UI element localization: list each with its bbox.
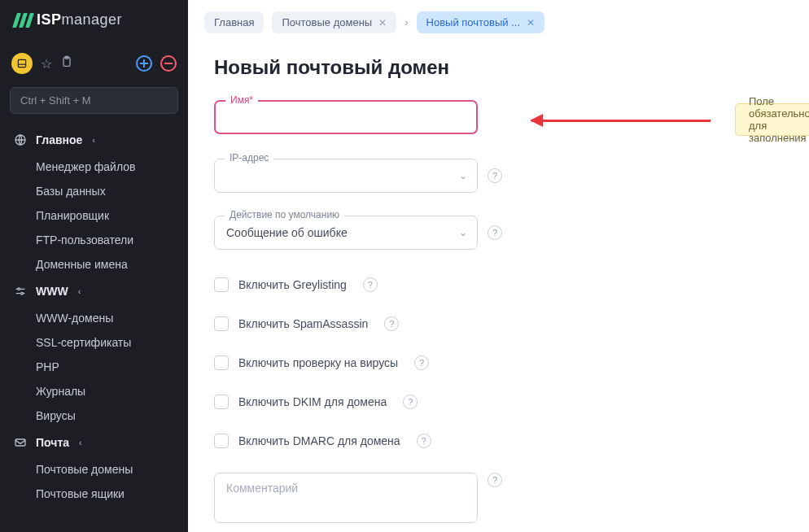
default-action-select[interactable]: Действие по умолчанию Сообщение об ошибк… xyxy=(214,216,478,250)
svg-rect-0 xyxy=(18,59,25,67)
field-label: IP-адрес xyxy=(225,152,273,164)
star-icon[interactable]: ☆ xyxy=(41,56,52,72)
clipboard-icon[interactable] xyxy=(60,55,73,72)
dkim-checkbox[interactable] xyxy=(214,395,229,409)
sidebar-item-mailboxes[interactable]: Почтовые ящики xyxy=(0,482,188,506)
quick-search-input[interactable]: Ctrl + Shift + M xyxy=(10,87,178,114)
crumb-new-mail-domain[interactable]: Новый почтовый ... ✕ xyxy=(417,11,545,33)
dmarc-label: Включить DMARC для домена xyxy=(238,434,400,447)
dkim-label: Включить DKIM для домена xyxy=(238,395,387,408)
logo[interactable]: ISPmanager xyxy=(0,0,188,46)
sidebar: ISPmanager ☆ Ctrl + Shift + M Главное ‹ … xyxy=(0,0,188,532)
default-action-value: Сообщение об ошибке xyxy=(215,216,477,249)
spamassassin-label: Включить SpamAssassin xyxy=(238,317,368,330)
page-body: Новый почтовый домен Имя* Поле обязатель… xyxy=(188,41,809,532)
crumb-mail-domains[interactable]: Почтовые домены ✕ xyxy=(272,11,396,33)
help-icon[interactable]: ? xyxy=(488,168,502,183)
page-title: Новый почтовый домен xyxy=(214,56,783,79)
sidebar-item-www-domains[interactable]: WWW-домены xyxy=(0,306,188,330)
chevron-left-icon: ‹ xyxy=(92,135,95,145)
chevron-right-icon: › xyxy=(404,16,408,28)
greylisting-checkbox[interactable] xyxy=(214,277,229,292)
ip-value xyxy=(215,159,477,192)
name-input[interactable] xyxy=(216,102,476,133)
nav-group-mail[interactable]: Почта ‹ xyxy=(0,428,188,457)
nav-group-main[interactable]: Главное ‹ xyxy=(0,125,188,155)
breadcrumb: Главная Почтовые домены ✕ › Новый почтов… xyxy=(188,0,809,41)
sidebar-item-domain-names[interactable]: Доменные имена xyxy=(0,252,188,277)
virus-check-label: Включить проверку на вирусы xyxy=(238,356,398,369)
name-field[interactable]: Имя* xyxy=(214,100,478,134)
sidebar-item-file-manager[interactable]: Менеджер файлов xyxy=(0,155,188,179)
crumb-label: Новый почтовый ... xyxy=(426,16,521,28)
help-icon[interactable]: ? xyxy=(488,225,502,240)
user-circle-icon[interactable] xyxy=(11,53,33,74)
logo-text: ISPmanager xyxy=(37,11,122,28)
logo-bars-icon xyxy=(15,13,32,28)
crumb-home[interactable]: Главная xyxy=(204,11,264,33)
required-tooltip: Поле обязательно для заполнения ✕ xyxy=(735,103,809,136)
dmarc-checkbox[interactable] xyxy=(214,434,229,448)
crumb-label: Почтовые домены xyxy=(282,16,372,28)
svg-rect-6 xyxy=(15,439,25,446)
svg-point-4 xyxy=(18,288,20,290)
nav-group-www[interactable]: WWW ‹ xyxy=(0,277,188,306)
comment-textarea[interactable] xyxy=(214,473,478,523)
help-icon[interactable]: ? xyxy=(363,277,378,292)
help-icon[interactable]: ? xyxy=(403,395,418,409)
sidebar-item-mail-domains[interactable]: Почтовые домены xyxy=(0,457,188,482)
sliders-icon xyxy=(13,285,28,298)
chevron-left-icon: ‹ xyxy=(79,438,82,447)
nav-group-label: Почта xyxy=(36,436,69,449)
globe-icon xyxy=(13,133,28,146)
sidebar-item-ftp-users[interactable]: FTP-пользователи xyxy=(0,228,188,252)
help-icon[interactable]: ? xyxy=(417,434,431,448)
remove-button[interactable] xyxy=(160,55,177,72)
greylisting-label: Включить Greylisting xyxy=(238,278,347,291)
nav-group-label: Главное xyxy=(36,133,82,146)
spamassassin-checkbox[interactable] xyxy=(214,316,229,331)
chevron-left-icon: ‹ xyxy=(78,286,81,296)
main-panel: Главная Почтовые домены ✕ › Новый почтов… xyxy=(188,0,809,532)
virus-check-checkbox[interactable] xyxy=(214,355,229,370)
svg-point-5 xyxy=(21,292,24,294)
sidebar-item-databases[interactable]: Базы данных xyxy=(0,179,188,203)
close-icon[interactable]: ✕ xyxy=(527,17,535,28)
sidebar-item-php[interactable]: PHP xyxy=(0,355,188,379)
sidebar-item-viruses[interactable]: Вирусы xyxy=(0,403,188,428)
nav-group-label: WWW xyxy=(36,285,68,298)
help-icon[interactable]: ? xyxy=(384,316,399,331)
field-label: Действие по умолчанию xyxy=(225,209,344,220)
tooltip-text: Поле обязательно для заполнения xyxy=(749,95,809,144)
sidebar-item-ssl-certs[interactable]: SSL-сертификаты xyxy=(0,330,188,355)
field-label: Имя* xyxy=(225,94,258,106)
error-arrow-annotation xyxy=(531,115,711,126)
mail-icon xyxy=(13,436,28,449)
help-icon[interactable]: ? xyxy=(488,473,502,487)
sidebar-item-scheduler[interactable]: Планировщик xyxy=(0,203,188,228)
sidebar-toolbar: ☆ xyxy=(0,46,188,84)
sidebar-item-logs[interactable]: Журналы xyxy=(0,379,188,403)
help-icon[interactable]: ? xyxy=(414,355,429,370)
ip-address-select[interactable]: IP-адрес ⌄ xyxy=(214,159,478,193)
add-button[interactable] xyxy=(136,55,152,72)
close-icon[interactable]: ✕ xyxy=(378,17,387,28)
